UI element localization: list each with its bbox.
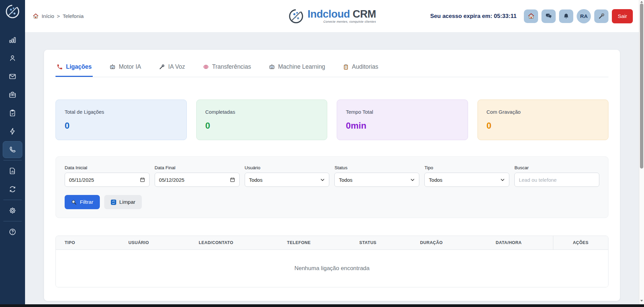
tab-ligacoes[interactable]: Ligações <box>55 61 93 77</box>
tab-ia-voz[interactable]: IA Voz <box>158 61 186 77</box>
stat-card-com-gravacao: Com Gravação 0 <box>478 100 609 140</box>
tab-label: Ligações <box>66 63 92 70</box>
main-content: Ligações Motor IA <box>25 32 639 304</box>
phone-icon <box>8 146 17 154</box>
stats-row: Total de Ligações 0 Completadas 0 Tempo … <box>55 100 608 140</box>
sidebar-item-automation[interactable] <box>3 123 22 140</box>
tab-label: Motor IA <box>119 63 141 70</box>
tab-label: Auditorias <box>352 63 378 70</box>
logo-name: Indcloud <box>308 8 350 20</box>
chat-button[interactable] <box>541 9 556 23</box>
column-header-usuario: USUÁRIO <box>106 236 172 250</box>
vertical-scrollbar[interactable] <box>639 0 644 304</box>
robot-icon <box>109 64 116 70</box>
stat-value: 0 <box>205 120 318 131</box>
scroll-up-arrow-icon[interactable] <box>640 1 643 3</box>
microphone-icon <box>159 64 165 70</box>
status-select[interactable]: Todos <box>334 173 419 187</box>
field-buscar: Buscar <box>514 165 599 187</box>
tabs-bar: Ligações Motor IA <box>55 50 608 77</box>
bell-icon <box>563 13 570 20</box>
filter-button[interactable]: Filtrar <box>65 195 100 209</box>
tab-auditorias[interactable]: Auditorias <box>342 61 379 77</box>
envelope-icon <box>8 72 17 81</box>
tab-transferencias[interactable]: Transferências <box>202 61 252 77</box>
tipo-select[interactable]: Todos <box>424 173 509 187</box>
phone-receiver-icon <box>57 64 63 70</box>
scrollbar-thumb[interactable] <box>640 3 643 169</box>
date-value: 05/12/2025 <box>159 177 184 183</box>
search-input[interactable] <box>514 173 599 187</box>
robot-icon <box>269 64 275 70</box>
tab-motor-ia[interactable]: Motor IA <box>108 61 142 77</box>
sidebar-logo-icon <box>5 4 20 19</box>
data-inicial-input[interactable]: 05/11/2025 <box>65 173 150 187</box>
sidebar-item-telefonia[interactable] <box>3 141 22 158</box>
gear-icon <box>8 206 17 215</box>
field-label: Data Inicial <box>65 165 150 170</box>
microphone-icon <box>598 13 605 20</box>
header: Início > Telefonia IndcloudCRM Conecte m… <box>25 0 639 32</box>
sidebar-item-business[interactable] <box>3 86 22 103</box>
filter-buttons: Filtrar Limpar <box>65 195 599 209</box>
sidebar-item-reports[interactable] <box>3 162 22 179</box>
stat-label: Com Gravação <box>487 109 600 115</box>
clear-button[interactable]: Limpar <box>104 195 142 209</box>
session-expiry-text: Seu acesso expira em: 05:33:11 <box>430 13 516 20</box>
sidebar-divider <box>3 221 22 221</box>
field-label: Data Final <box>155 165 240 170</box>
chat-bubbles-icon <box>545 13 552 20</box>
calls-table: TIPO USUÁRIO LEAD/CONTATO TELEFONE STATU… <box>55 236 608 287</box>
usuario-select[interactable]: Todos <box>245 173 330 187</box>
tab-label: IA Voz <box>168 63 185 70</box>
field-data-inicial: Data Inicial 05/11/2025 <box>65 165 150 187</box>
voice-button[interactable] <box>594 9 608 23</box>
refresh-icon <box>111 199 116 205</box>
empty-state-message: Nenhuma ligação encontrada <box>56 250 608 287</box>
data-final-input[interactable]: 05/12/2025 <box>155 173 240 187</box>
empty-state-row: Nenhuma ligação encontrada <box>56 250 608 287</box>
sidebar-item-settings[interactable] <box>3 202 22 219</box>
brain-icon <box>203 64 209 70</box>
select-value: Todos <box>429 177 442 183</box>
filter-panel: Data Inicial 05/11/2025 Data <box>55 156 608 218</box>
stat-value: 0 <box>487 120 600 131</box>
select-value: Todos <box>339 177 352 183</box>
sidebar-item-tasks[interactable] <box>3 105 22 122</box>
column-header-lead-contato: LEAD/CONTATO <box>172 236 260 250</box>
column-header-telefone: TELEFONE <box>260 236 337 250</box>
telefonia-panel: Ligações Motor IA <box>44 50 620 301</box>
column-header-tipo: TIPO <box>56 236 106 250</box>
table-header-row: TIPO USUÁRIO LEAD/CONTATO TELEFONE STATU… <box>56 236 608 250</box>
user-avatar[interactable]: RA <box>577 9 591 23</box>
sidebar-divider <box>3 200 22 200</box>
breadcrumb-home[interactable]: Início <box>42 13 54 19</box>
window-bottom-edge <box>0 304 644 307</box>
briefcase-icon <box>8 91 17 99</box>
logo-suffix: CRM <box>353 8 376 20</box>
sidebar-item-email[interactable] <box>3 68 22 85</box>
sidebar-item-dashboard[interactable] <box>3 31 22 48</box>
field-tipo: Tipo Todos <box>424 165 509 187</box>
sync-icon <box>8 185 17 193</box>
calendar-icon <box>230 177 235 182</box>
chevron-down-icon <box>320 177 325 182</box>
logo-mark-icon <box>288 8 304 24</box>
clear-button-label: Limpar <box>119 199 135 205</box>
sidebar-item-sync[interactable] <box>3 181 22 198</box>
column-header-duracao: DURAÇÃO <box>398 236 465 250</box>
scroll-down-arrow-icon[interactable] <box>640 300 643 302</box>
notifications-button[interactable] <box>559 9 573 23</box>
logout-button[interactable]: Sair <box>612 9 633 23</box>
sidebar-divider <box>3 160 22 160</box>
sidebar-item-help[interactable] <box>3 223 22 240</box>
tab-machine-learning[interactable]: Machine Learning <box>268 61 326 77</box>
stat-label: Total de Ligações <box>65 109 178 115</box>
calendar-icon <box>140 177 145 182</box>
bar-chart-icon <box>8 36 17 44</box>
home-button[interactable] <box>524 9 538 23</box>
filter-button-label: Filtrar <box>80 199 93 205</box>
field-label: Buscar <box>514 165 599 170</box>
sidebar-item-contacts[interactable] <box>3 50 22 67</box>
search-icon <box>71 199 77 205</box>
